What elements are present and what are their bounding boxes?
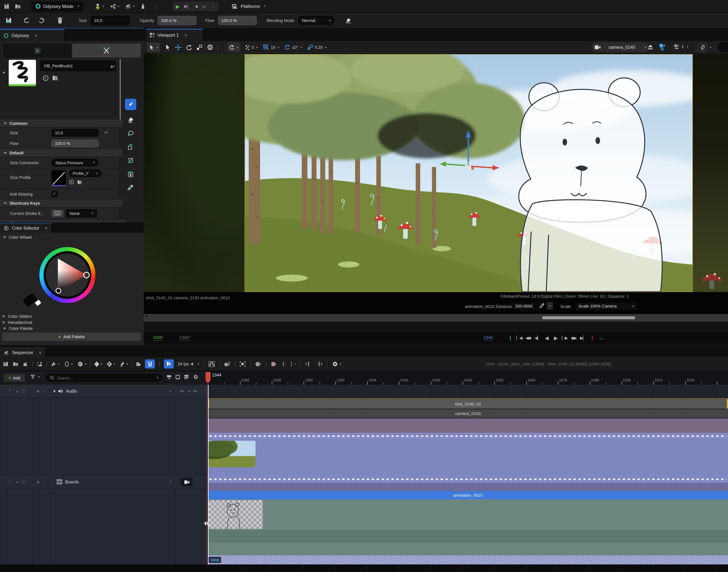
prev-key-button[interactable]: ◀◆ [525, 335, 532, 340]
eject-camera-icon[interactable] [647, 44, 653, 50]
rotation-snap-value[interactable]: 10° [292, 45, 298, 50]
section-shortcuts[interactable]: Shortcuts Keys [0, 199, 123, 207]
select-tool-icon[interactable] [166, 45, 170, 50]
platforms-menu[interactable]: Platforms ▾ [232, 4, 265, 9]
lock-icon[interactable]: 🔒︎ [16, 389, 18, 393]
list-view-button[interactable] [184, 374, 189, 379]
scale-snap-value[interactable]: 0.25 [315, 45, 323, 50]
search-input[interactable] [56, 375, 145, 380]
seq-render-icon[interactable] [37, 361, 43, 367]
clip-boards-film[interactable] [208, 439, 728, 476]
play-options-icon[interactable]: ⋮ [211, 4, 216, 9]
pencil-tool-button[interactable] [125, 99, 136, 110]
headphones-icon[interactable]: ∩ [43, 389, 46, 393]
clip-slate-band[interactable] [208, 483, 728, 491]
lock-icon[interactable]: 🔒︎ [16, 480, 18, 484]
auto-scroll-icon[interactable] [136, 361, 141, 367]
audio-expander[interactable] [54, 389, 56, 392]
clip-animation-body[interactable] [208, 499, 728, 555]
move-tool-icon[interactable] [175, 44, 181, 51]
key-parts-menu[interactable]: ▾ [107, 361, 115, 367]
color-wheel-header[interactable]: Color Wheel [0, 233, 144, 239]
blending-mode-select[interactable]: Normal▾ [298, 16, 335, 25]
profile-browse-icon[interactable] [77, 180, 82, 185]
eyedropper-tool-button[interactable] [125, 182, 136, 193]
coord-options-icon[interactable]: ⋮ [216, 45, 220, 50]
timeline-lanes[interactable]: shot_0140_01 camera_0140 animation_0010 [207, 385, 728, 564]
clear-layer-icon[interactable] [57, 17, 63, 24]
board-thumbnail-bear[interactable] [208, 500, 263, 529]
solo-icon[interactable]: ◉ [36, 480, 40, 484]
prev-shot-button[interactable]: ‹▏ [282, 361, 287, 366]
add-keyframe-button[interactable]: ▾ [94, 361, 102, 367]
clip-shot[interactable]: shot_0140_01 [208, 399, 728, 409]
scale-tool-icon[interactable] [196, 45, 202, 50]
brush-select[interactable]: OB_PenBrush1▾ [40, 61, 116, 71]
current-stroke-select[interactable]: None▾ [66, 209, 97, 217]
redo-icon[interactable] [38, 17, 45, 24]
scale-snap-icon[interactable] [307, 45, 313, 50]
size-property-input[interactable]: 10.0 [52, 129, 99, 137]
sequencer-settings-menu[interactable]: ▾ [332, 361, 341, 367]
undo-icon[interactable] [23, 17, 30, 24]
camera-shot-count[interactable]: 1▾ [674, 44, 688, 49]
frame-skip-button[interactable]: ▶▏ [184, 4, 191, 9]
next-shot-button[interactable]: ▏› [291, 361, 296, 366]
fps-select[interactable]: 24 fps ▾ [178, 362, 199, 366]
size-connexion-select[interactable]: Stylus Pressure▾ [52, 158, 99, 166]
pan-arrow-icon[interactable] [144, 315, 148, 318]
size-profile-curve[interactable] [52, 170, 66, 186]
step-forward-button[interactable]: ▏▶ [561, 335, 568, 340]
distance-input[interactable]: 200.0000 [512, 302, 542, 310]
tab-viewport-1[interactable]: Viewport 1 ✕ [146, 29, 203, 41]
expanded-view-button[interactable] [175, 374, 180, 379]
range-end-frame[interactable]: 1343* [179, 335, 190, 341]
keyframe-settings-menu[interactable]: ▾ [77, 361, 86, 367]
set-range-end-button[interactable]: ] [588, 336, 596, 340]
distance-picker-icon[interactable] [540, 303, 545, 308]
playhead-marker[interactable] [205, 372, 210, 381]
brush-browse-icon[interactable] [52, 75, 59, 81]
flow-input[interactable]: 100.0 % [218, 16, 257, 25]
track-row-boards[interactable]: ⍑ 🔒︎ ⃠ ◉ ∩ Boards + [0, 475, 207, 489]
headphones-icon[interactable]: ∩ [43, 480, 46, 484]
save-all-icon[interactable] [4, 3, 9, 9]
polygon-lasso-tool-button[interactable] [125, 155, 136, 166]
board-thumbnail-trees[interactable] [208, 441, 255, 467]
loop-mode-button[interactable]: → [597, 335, 605, 341]
viewport-h-scrollbar[interactable] [542, 316, 635, 319]
paint-mode-tab[interactable] [72, 44, 141, 58]
add-track-button[interactable]: + Add [4, 374, 25, 382]
scale-select[interactable]: Scale 100% Camera▾ [575, 302, 638, 310]
edit-mode-menu[interactable]: ▾ [120, 361, 128, 367]
curves-menu[interactable]: ▾ [64, 361, 73, 367]
timeline-ruler[interactable]: 1356136813801392140414161428144014521464… [207, 371, 728, 385]
eraser-tool-button[interactable] [125, 114, 136, 126]
play-forward-button[interactable]: ▶ [552, 335, 559, 341]
select-mode-button[interactable]: ▾ [147, 43, 160, 52]
brush-preview[interactable] [9, 60, 36, 86]
close-icon[interactable]: ✕ [34, 33, 38, 38]
filter-button[interactable]: ▾ [30, 374, 40, 379]
close-icon[interactable]: ✕ [39, 351, 42, 355]
curve-editor-button[interactable] [208, 361, 215, 367]
prev-key-icon[interactable]: ◀◆ [179, 389, 184, 393]
pilot-camera-icon[interactable] [659, 44, 666, 51]
add-key-icon[interactable]: ◆ [188, 389, 190, 393]
track-settings-icon[interactable] [193, 374, 198, 379]
tab-sequencer[interactable]: Sequencer ✕ [0, 348, 46, 357]
grid-snap-icon[interactable] [263, 44, 269, 50]
isolate-options-button[interactable]: ▾ [698, 43, 711, 52]
fill-tool-button[interactable] [125, 168, 136, 180]
section-shape[interactable]: Shape [0, 220, 126, 222]
seq-overflow-icon[interactable]: ⋮ [30, 361, 35, 367]
clip-out-handle[interactable] [727, 399, 728, 409]
close-icon[interactable]: ✕ [45, 226, 48, 230]
transform-tool-button[interactable] [125, 141, 136, 152]
anti-aliasing-checkbox[interactable]: ✓ [52, 191, 58, 197]
walk-next-button[interactable] [316, 361, 323, 367]
stop-button[interactable]: ■ [195, 4, 198, 9]
hexadecimal-header[interactable]: Hexadecimal [0, 320, 32, 325]
compact-view-button[interactable] [167, 374, 172, 379]
seq-clapper-icon[interactable] [23, 361, 28, 366]
